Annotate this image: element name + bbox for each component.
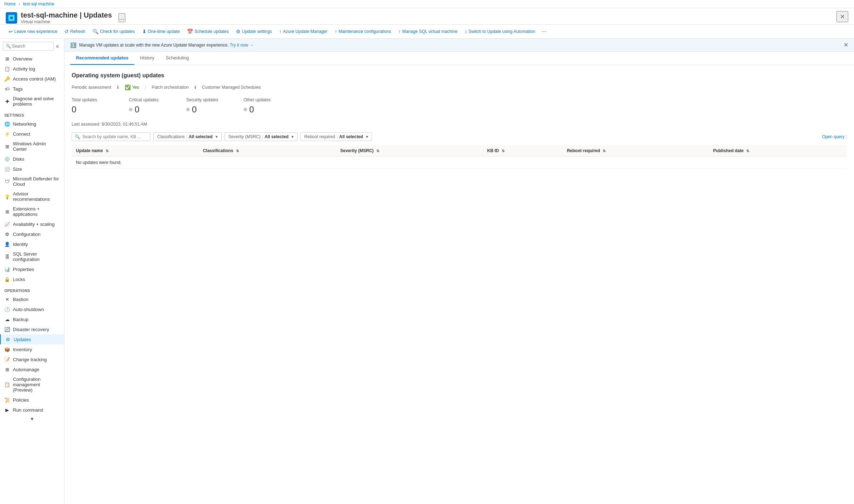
sidebar-item-defender[interactable]: 🛡 Microsoft Defender for Cloud: [0, 174, 64, 189]
open-query-link[interactable]: Open query :: [822, 134, 847, 139]
sidebar-item-overview[interactable]: ⊞ Overview: [0, 54, 64, 64]
gear-icon: ⚙: [236, 29, 241, 34]
azure-update-manager-button[interactable]: ↑ Azure Update Manager: [276, 27, 330, 36]
tab-recommended-updates[interactable]: Recommended updates: [70, 52, 134, 65]
networking-icon: 🌐: [4, 121, 10, 127]
security-dot: [186, 108, 190, 111]
classifications-filter-chevron: ▾: [216, 134, 218, 139]
banner-link[interactable]: Try it now →: [230, 43, 254, 48]
sidebar-item-disaster-recovery[interactable]: 🔄 Disaster recovery: [0, 324, 64, 334]
sort-kb-id-icon: ⇅: [502, 149, 505, 153]
automanage-icon: ⊞: [4, 367, 10, 372]
critical-updates-label: Critical updates: [129, 97, 172, 102]
severity-filter-chevron: ▾: [291, 134, 294, 139]
sidebar-scroll-down-button[interactable]: ▼: [0, 415, 64, 423]
header-close-button[interactable]: ✕: [836, 11, 848, 22]
updates-icon: ⚙: [5, 336, 11, 342]
security-updates-card: Security updates 0: [186, 97, 229, 115]
col-kb-id[interactable]: KB ID ⇅: [483, 145, 563, 156]
customer-managed-label: Customer Managed Schedules: [202, 85, 261, 90]
sidebar-item-extensions[interactable]: ⊞ Extensions + applications: [0, 204, 64, 219]
sidebar-item-config-mgmt[interactable]: 📋 Configuration management (Preview): [0, 374, 64, 395]
check-icon: ✅: [125, 84, 131, 90]
check-updates-button[interactable]: 🔍 Check for updates: [90, 27, 137, 36]
sidebar-item-auto-shutdown[interactable]: 🕐 Auto-shutdown: [0, 304, 64, 314]
manage-sql-vm-button[interactable]: ↑ Manage SQL virtual machine: [395, 27, 460, 36]
sidebar-item-tags[interactable]: 🏷 Tags: [0, 84, 64, 94]
sidebar-item-diagnose[interactable]: ✚ Diagnose and solve problems: [0, 94, 64, 109]
sidebar-item-networking[interactable]: 🌐 Networking: [0, 119, 64, 129]
sidebar-collapse-button[interactable]: «: [54, 42, 61, 51]
sidebar-item-identity[interactable]: 👤 Identity: [0, 239, 64, 249]
up-arrow-icon: ↑: [279, 29, 281, 34]
total-updates-card: Total updates 0: [72, 97, 115, 115]
sidebar-item-policies[interactable]: 📜 Policies: [0, 395, 64, 405]
leave-new-exp-button[interactable]: ↩ Leave new experience: [6, 27, 60, 36]
availability-icon: 📈: [4, 221, 10, 227]
reboot-filter[interactable]: Reboot required : All selected ▾: [300, 132, 372, 141]
sidebar-section-operations: Operations: [0, 284, 64, 294]
info-banner: ℹ️ Manage VM updates at scale with the n…: [64, 39, 854, 52]
tab-scheduling[interactable]: Scheduling: [160, 52, 194, 65]
sidebar-item-bastion[interactable]: ✕ Bastion: [0, 294, 64, 304]
sidebar-item-updates[interactable]: ⚙ Updates: [0, 334, 64, 344]
severity-filter[interactable]: Severity (MSRC) : All selected ▾: [225, 132, 298, 141]
update-cards: Total updates 0 Critical updates 0 Secur…: [72, 97, 847, 115]
col-published-date[interactable]: Published date ⇅: [709, 145, 847, 156]
classifications-filter[interactable]: Classifications : All selected ▾: [153, 132, 222, 141]
sidebar-item-size[interactable]: ⬜ Size: [0, 164, 64, 174]
toolbar-more-button[interactable]: ···: [540, 27, 549, 36]
update-search-input[interactable]: [82, 134, 147, 139]
sidebar-item-availability[interactable]: 📈 Availability + scaling: [0, 219, 64, 229]
col-classifications[interactable]: Classifications ⇅: [199, 145, 336, 156]
banner-close-button[interactable]: ✕: [844, 42, 848, 48]
locks-icon: 🔒: [4, 276, 10, 282]
sort-reboot-icon: ⇅: [603, 149, 605, 153]
info-icon: ℹ: [117, 85, 119, 90]
critical-updates-value: 0: [129, 105, 172, 115]
sidebar-item-disks[interactable]: 💿 Disks: [0, 154, 64, 164]
sidebar-item-configuration[interactable]: ⚙ Configuration: [0, 229, 64, 239]
schedule-updates-button[interactable]: 📅 Schedule updates: [184, 27, 232, 36]
col-reboot-required[interactable]: Reboot required ⇅: [563, 145, 709, 156]
filters-row: 🔍 Classifications : All selected ▾ Sever…: [72, 132, 847, 141]
sidebar-item-connect[interactable]: ⚡ Connect: [0, 129, 64, 139]
header-more-button[interactable]: ...: [119, 13, 125, 22]
breadcrumb-resource[interactable]: test-sql-machine: [23, 1, 54, 6]
auto-shutdown-icon: 🕐: [4, 306, 10, 312]
sidebar-item-inventory[interactable]: 📦 Inventory: [0, 344, 64, 354]
sidebar-item-advisor[interactable]: 💡 Advisor recommendations: [0, 189, 64, 204]
total-updates-label: Total updates: [72, 97, 115, 102]
col-update-name[interactable]: Update name ⇅: [72, 145, 199, 156]
sidebar-item-change-tracking[interactable]: 📝 Change tracking: [0, 354, 64, 364]
content-area: Operating system (guest) updates Periodi…: [64, 65, 854, 176]
sidebar-item-backup[interactable]: ☁ Backup: [0, 314, 64, 324]
activity-log-icon: 📋: [4, 66, 10, 72]
update-settings-button[interactable]: ⚙ Update settings: [233, 27, 275, 36]
maintenance-icon: ↑: [334, 29, 337, 34]
sidebar-item-locks[interactable]: 🔒 Locks: [0, 274, 64, 284]
bastion-icon: ✕: [4, 296, 10, 302]
sidebar-item-sql-server-config[interactable]: 🗄 SQL Server configuration: [0, 249, 64, 264]
extensions-icon: ⊞: [4, 209, 10, 214]
sort-update-name-icon: ⇅: [106, 149, 108, 153]
maintenance-config-button[interactable]: ↑ Maintenance configurations: [332, 27, 394, 36]
sidebar-item-properties[interactable]: 📊 Properties: [0, 264, 64, 274]
total-updates-value: 0: [72, 105, 115, 115]
sql-server-icon: 🗄: [4, 254, 10, 260]
sidebar-item-run-command[interactable]: ▶ Run command: [0, 405, 64, 415]
switch-automation-button[interactable]: ↕ Switch to Update using Automation: [462, 27, 538, 36]
refresh-button[interactable]: ↺ Refresh: [62, 27, 88, 36]
breadcrumb-home[interactable]: Home: [4, 1, 16, 6]
sidebar-item-access-control[interactable]: 🔑 Access control (IAM): [0, 74, 64, 84]
identity-icon: 👤: [4, 241, 10, 247]
tab-history[interactable]: History: [134, 52, 160, 65]
sidebar-section-settings: Settings: [0, 109, 64, 119]
col-severity[interactable]: Severity (MSRC) ⇅: [336, 145, 483, 156]
sidebar-item-automanage[interactable]: ⊞ Automanage: [0, 364, 64, 374]
sidebar-item-activity-log[interactable]: 📋 Activity log: [0, 64, 64, 74]
sidebar-item-windows-admin-center[interactable]: ⊞ Windows Admin Center: [0, 139, 64, 154]
wac-icon: ⊞: [4, 144, 10, 149]
one-time-update-button[interactable]: ⬇ One-time update: [139, 27, 183, 36]
leave-icon: ↩: [9, 29, 13, 34]
